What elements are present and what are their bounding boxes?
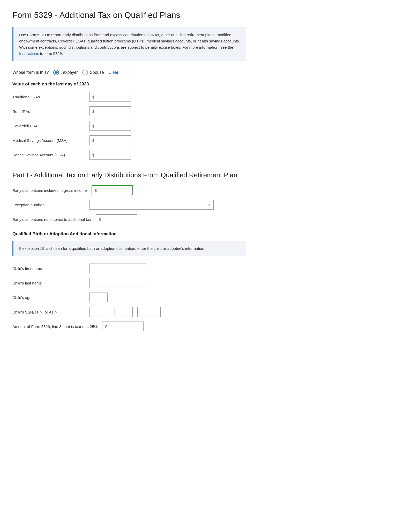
qualified-birth-title: Qualified Birth or Adoption Additional I… — [12, 231, 246, 237]
dollar-sign-qb: $ — [105, 324, 107, 329]
dollar-sign-3: $ — [92, 138, 94, 143]
dollar-sign-0: $ — [92, 95, 94, 99]
qualified-birth-section: Qualified Birth or Adoption Additional I… — [12, 231, 246, 331]
msa-row: Medical Savings Account (MSA) $ — [12, 135, 246, 145]
amount-25pct-wrapper: $ — [102, 322, 144, 331]
roth-iras-row: Roth IRAs $ — [12, 106, 246, 116]
exception-number-select[interactable] — [89, 200, 214, 210]
hsa-label: Health Savings Account (HSA) — [12, 153, 85, 157]
ssn-inputs: - - — [89, 307, 161, 317]
roth-iras-input-wrapper: $ — [89, 106, 131, 116]
dollar-sign-4: $ — [92, 153, 94, 157]
info-text-1: Use Form 5329 to report early distributi… — [19, 33, 240, 49]
msa-input[interactable] — [95, 138, 128, 143]
amount-25pct-row: Amount of Form 5329, line 3, that is tax… — [12, 322, 246, 331]
child-first-name-input[interactable] — [89, 264, 146, 273]
taxpayer-label: Taxpayer — [61, 70, 78, 75]
ssn-dash-2: - — [134, 310, 136, 314]
child-age-row: Child's age — [12, 293, 246, 302]
early-distributions-input[interactable] — [98, 188, 130, 193]
traditional-iras-input[interactable] — [95, 95, 128, 99]
coverdell-esa-input[interactable] — [95, 124, 128, 128]
qualified-birth-info-text: If exception 19 is chosen for a qualifie… — [19, 246, 205, 251]
early-distributions-input-wrapper: $ — [92, 185, 133, 195]
early-dist-not-subject-row: Early distributions not subject to addit… — [12, 214, 246, 224]
roth-iras-input[interactable] — [95, 109, 128, 114]
amount-25pct-label: Amount of Form 5329, line 3, that is tax… — [12, 324, 98, 329]
coverdell-esa-input-wrapper: $ — [89, 121, 131, 131]
early-dist-not-subject-label: Early distributions not subject to addit… — [12, 217, 91, 222]
hsa-input-wrapper: $ — [89, 150, 131, 160]
dollar-sign-2: $ — [92, 124, 94, 128]
bottom-divider — [12, 342, 246, 342]
spouse-radio[interactable] — [82, 70, 88, 75]
msa-input-wrapper: $ — [89, 135, 131, 145]
child-age-label: Child's age — [12, 295, 85, 300]
child-last-name-label: Child's last name — [12, 281, 85, 285]
ssn-input-3[interactable] — [137, 307, 161, 317]
child-age-input[interactable] — [89, 293, 108, 302]
early-dist-not-subject-input[interactable] — [102, 217, 134, 222]
child-last-name-input[interactable] — [89, 278, 146, 288]
ssn-input-1[interactable] — [89, 307, 110, 317]
qualified-birth-info-box: If exception 19 is chosen for a qualifie… — [12, 241, 246, 256]
hsa-input[interactable] — [95, 153, 128, 157]
page-title: Form 5329 - Additional Tax on Qualified … — [12, 10, 246, 20]
traditional-iras-input-wrapper: $ — [89, 92, 131, 102]
roth-iras-label: Roth IRAs — [12, 109, 85, 114]
dollar-sign-p1-0: $ — [95, 188, 97, 193]
child-ssn-row: Child's SSN, ITIN, or ATIN - - — [12, 307, 246, 317]
child-first-name-label: Child's first name — [12, 266, 85, 271]
traditional-iras-label: Traditional IRAs — [12, 95, 85, 99]
whose-form-row: Whose form is this? Taxpayer Spouse Clea… — [12, 70, 246, 75]
early-distributions-label: Early distributions included in gross in… — [12, 188, 87, 193]
early-dist-not-subject-wrapper: $ — [96, 214, 137, 224]
dollar-sign-1: $ — [92, 109, 94, 114]
taxpayer-option[interactable]: Taxpayer — [53, 70, 78, 75]
coverdell-esa-row: Coverdell ESA $ — [12, 121, 246, 131]
child-last-name-row: Child's last name — [12, 278, 246, 288]
whose-form-label: Whose form is this? — [12, 70, 49, 75]
spouse-option[interactable]: Spouse — [82, 70, 104, 75]
info-box: Use Form 5329 to report early distributi… — [12, 27, 246, 61]
dollar-sign-p1-2: $ — [99, 217, 101, 222]
instructions-link[interactable]: Instructions — [19, 51, 39, 56]
exception-number-row: Exception number — [12, 200, 246, 210]
traditional-iras-row: Traditional IRAs $ — [12, 92, 246, 102]
child-ssn-label: Child's SSN, ITIN, or ATIN — [12, 310, 85, 314]
msa-label: Medical Savings Account (MSA) — [12, 138, 85, 143]
value-section: Value of each on the last day of 2023 Tr… — [12, 82, 246, 160]
child-first-name-row: Child's first name — [12, 264, 246, 273]
ssn-input-2[interactable] — [115, 307, 133, 317]
exception-number-select-wrapper — [89, 200, 214, 210]
spouse-label: Spouse — [90, 70, 104, 75]
taxpayer-radio[interactable] — [53, 70, 59, 75]
part1-header: Part I - Additional Tax on Early Distrib… — [12, 169, 246, 179]
ssn-dash-1: - — [111, 310, 114, 314]
early-distributions-row: Early distributions included in gross in… — [12, 185, 246, 195]
value-section-title: Value of each on the last day of 2023 — [12, 82, 246, 87]
clear-link[interactable]: Clear — [109, 70, 118, 75]
amount-25pct-input[interactable] — [108, 324, 141, 329]
exception-number-label: Exception number — [12, 203, 85, 207]
coverdell-esa-label: Coverdell ESA — [12, 124, 85, 128]
hsa-row: Health Savings Account (HSA) $ — [12, 150, 246, 160]
info-text-2: to form 5329. — [39, 51, 63, 56]
part1-section: Early distributions included in gross in… — [12, 185, 246, 224]
